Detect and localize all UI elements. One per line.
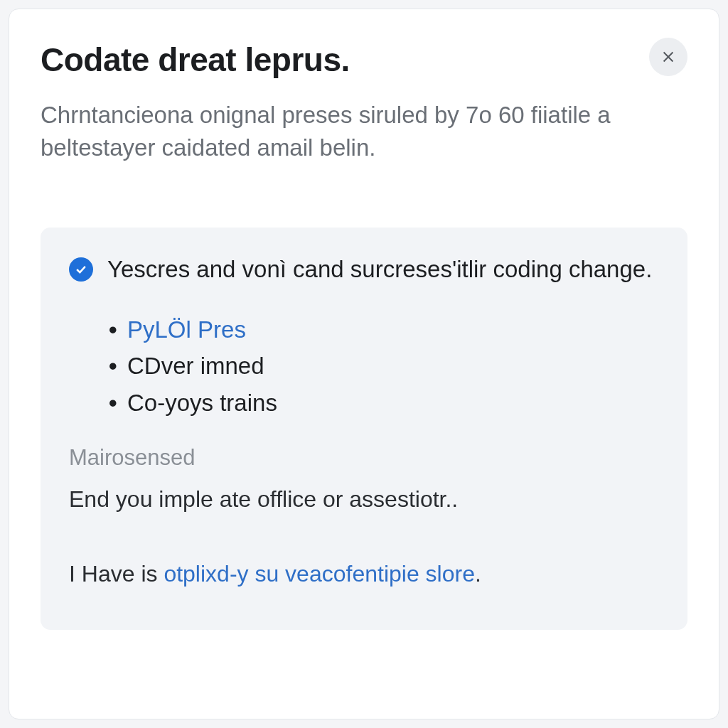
footer-prefix: I Have is xyxy=(69,561,164,587)
list-item: CDver imned xyxy=(109,348,659,384)
check-icon xyxy=(69,257,93,282)
dialog-header: Codate dreat leprus. xyxy=(41,41,687,79)
status-row: Yescres and vonì cand surcreses'itlir co… xyxy=(69,253,659,286)
panel-body-text: End you imple ate offlice or assestiotr.… xyxy=(69,486,659,513)
footer-suffix: . xyxy=(475,561,481,587)
list-item-link[interactable]: PyLÖl Pres xyxy=(127,316,246,343)
list-item-label: CDver imned xyxy=(127,353,264,379)
list-item: Co-yoys trains xyxy=(109,385,659,421)
dialog-card: Codate dreat leprus. Chrntancieona onign… xyxy=(9,9,719,719)
list-item: PyLÖl Pres xyxy=(109,311,659,348)
close-icon xyxy=(660,49,676,65)
list-item-label: Co-yoys trains xyxy=(127,390,277,416)
item-list: PyLÖl Pres CDver imned Co-yoys trains xyxy=(109,311,659,420)
close-button[interactable] xyxy=(649,38,687,76)
dialog-title: Codate dreat leprus. xyxy=(41,41,350,79)
dialog-subtitle: Chrntancieona onignal preses siruled by … xyxy=(41,99,666,164)
info-panel: Yescres and vonì cand surcreses'itlir co… xyxy=(41,228,687,630)
status-text: Yescres and vonì cand surcreses'itlir co… xyxy=(107,253,659,286)
footer-link[interactable]: otplixd-y su veacofentipie slore xyxy=(164,561,475,587)
section-label: Mairosensed xyxy=(69,445,659,471)
panel-footer: I Have is otplixd-y su veacofentipie slo… xyxy=(69,561,659,587)
